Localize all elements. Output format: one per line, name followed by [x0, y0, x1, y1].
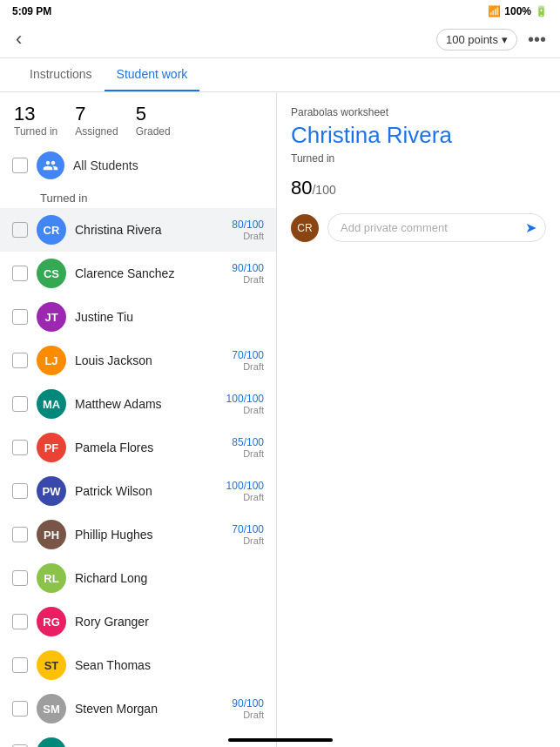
selected-student-name: Christina Rivera — [291, 122, 546, 149]
student-name: Rory Granger — [75, 615, 264, 629]
all-students-row[interactable]: All Students — [0, 145, 276, 186]
draft-label: Draft — [226, 405, 264, 415]
grade-score: 90/100 — [232, 697, 264, 710]
student-checkbox[interactable] — [12, 657, 28, 673]
student-name: Matthew Adams — [75, 397, 218, 411]
top-nav: ‹ 100 points ▾ ••• — [0, 21, 560, 58]
avatar: ST — [37, 650, 66, 680]
section-header: Turned in — [0, 186, 276, 208]
grade-score: 80/100 — [232, 219, 264, 231]
student-row[interactable]: CR Christina Rivera 80/100 Draft — [0, 208, 276, 252]
chevron-down-icon: ▾ — [502, 33, 508, 46]
student-checkbox[interactable] — [12, 309, 28, 325]
grade-score: 85/100 — [232, 436, 264, 448]
turned-in-count: 13 — [14, 103, 57, 125]
student-row[interactable]: SM Steven Morgan 90/100 Draft — [0, 687, 276, 730]
wifi-icon: 📶 — [488, 5, 501, 17]
student-row[interactable]: PF Pamela Flores 85/100 Draft — [0, 426, 276, 469]
student-name: Pamela Flores — [75, 441, 223, 454]
student-row[interactable]: PH Phillip Hughes 70/100 Draft — [0, 513, 276, 556]
student-status: Turned in — [291, 152, 546, 165]
student-row[interactable]: PW Patrick Wilson 100/100 Draft — [0, 469, 276, 513]
grade-score: 70/100 — [232, 349, 264, 361]
student-list: CR Christina Rivera 80/100 Draft CS Clar… — [0, 208, 276, 747]
avatar: SM — [37, 694, 66, 723]
avatar: PF — [37, 433, 66, 462]
comment-box[interactable]: Add private comment ➤ — [327, 213, 546, 242]
student-checkbox[interactable] — [12, 222, 28, 238]
send-icon[interactable]: ➤ — [525, 219, 536, 236]
all-students-icon — [37, 151, 64, 179]
grade-info: 100/100 Draft — [226, 393, 264, 415]
student-checkbox[interactable] — [12, 570, 28, 586]
back-button[interactable]: ‹ — [9, 24, 29, 54]
status-bar: 5:09 PM 📶 100% 🔋 — [0, 0, 560, 21]
student-row[interactable]: CS Clarence Sanchez 90/100 Draft — [0, 252, 276, 295]
student-name: Phillip Hughes — [75, 528, 223, 542]
student-grade: 80/100 — [291, 177, 546, 199]
battery-icon: 🔋 — [535, 5, 548, 17]
student-row[interactable]: JT Justine Tiu — [0, 295, 276, 339]
student-checkbox[interactable] — [12, 353, 28, 368]
points-dropdown[interactable]: 100 points ▾ — [436, 29, 517, 50]
graded-count: 5 — [136, 103, 171, 125]
status-time: 5:09 PM — [12, 5, 51, 17]
student-row[interactable]: MA Matthew Adams 100/100 Draft — [0, 382, 276, 426]
comment-placeholder: Add private comment — [341, 221, 525, 234]
grade-info: 100/100 Draft — [226, 480, 264, 502]
grade-info: 90/100 Draft — [232, 697, 264, 720]
comment-row: CR Add private comment ➤ — [291, 213, 546, 242]
grade-score: 80 — [291, 177, 312, 199]
grade-info: 80/100 Draft — [232, 219, 264, 241]
home-indicator — [228, 738, 333, 742]
student-row[interactable]: LJ Louis Jackson 70/100 Draft — [0, 339, 276, 382]
status-right: 📶 100% 🔋 — [488, 5, 548, 17]
tab-student-work[interactable]: Student work — [105, 58, 200, 91]
student-checkbox[interactable] — [12, 614, 28, 629]
student-checkbox[interactable] — [12, 527, 28, 542]
student-checkbox[interactable] — [12, 396, 28, 412]
grade-total: /100 — [312, 183, 335, 197]
avatar: CS — [37, 259, 66, 288]
draft-label: Draft — [232, 274, 264, 285]
avatar: PW — [37, 476, 66, 506]
student-checkbox[interactable] — [12, 266, 28, 281]
student-name: Steven Morgan — [75, 702, 223, 716]
grade-info: 90/100 Draft — [232, 262, 264, 285]
draft-label: Draft — [232, 361, 264, 372]
grade-score: 90/100 — [232, 262, 264, 274]
student-checkbox[interactable] — [12, 483, 28, 499]
grade-info: 70/100 Draft — [232, 523, 264, 546]
turned-in-label: Turned in — [14, 125, 57, 138]
main-layout: 13 Turned in 7 Assigned 5 Graded All Stu… — [0, 92, 560, 747]
points-label: 100 points — [446, 33, 498, 46]
grade-info: 85/100 Draft — [232, 436, 264, 459]
student-name: Patrick Wilson — [75, 484, 218, 498]
student-row[interactable]: RL Richard Long — [0, 556, 276, 600]
student-name: Sean Thomas — [75, 658, 264, 672]
tab-instructions[interactable]: Instructions — [17, 58, 105, 91]
avatar: PH — [37, 520, 66, 549]
grade-score: 100/100 — [226, 480, 264, 492]
grade-score: 70/100 — [232, 523, 264, 535]
assigned-label: Assigned — [75, 125, 118, 138]
student-name: Justine Tiu — [75, 310, 264, 324]
right-panel: Parabolas worksheet Christina Rivera Tur… — [277, 92, 560, 747]
worksheet-title: Parabolas worksheet — [291, 106, 546, 118]
student-checkbox[interactable] — [12, 701, 28, 717]
avatar: RL — [37, 563, 66, 593]
all-students-checkbox[interactable] — [12, 158, 28, 173]
student-row[interactable]: RG Rory Granger — [0, 600, 276, 643]
draft-label: Draft — [226, 492, 264, 502]
avatar: JT — [37, 302, 66, 332]
graded-label: Graded — [136, 125, 171, 138]
avatar: MA — [37, 389, 66, 419]
avatar: CR — [37, 215, 66, 245]
student-name: Richard Long — [75, 571, 264, 585]
student-name: Clarence Sanchez — [75, 266, 223, 280]
student-row[interactable]: ST Sean Thomas — [0, 643, 276, 687]
student-name: Louis Jackson — [75, 353, 223, 367]
all-students-label: All Students — [73, 158, 138, 172]
student-checkbox[interactable] — [12, 440, 28, 455]
more-button[interactable]: ••• — [523, 26, 551, 53]
